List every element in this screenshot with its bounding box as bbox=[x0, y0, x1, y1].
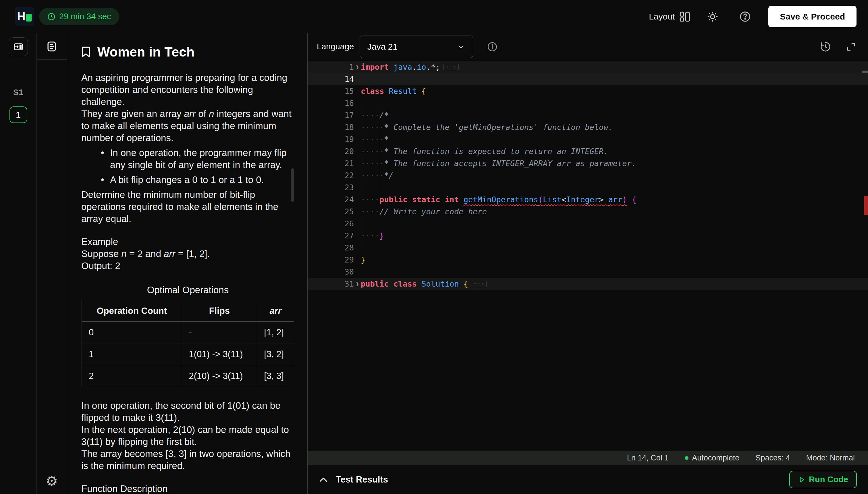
code-line-29[interactable]: 29} bbox=[308, 253, 868, 266]
code-line-25[interactable]: 25····// Write your code here bbox=[308, 205, 868, 217]
line-number: 22 bbox=[308, 171, 354, 180]
info-icon[interactable] bbox=[487, 41, 498, 52]
collapsed-code-badge[interactable]: ··· bbox=[444, 64, 459, 70]
line-number: 16 bbox=[308, 99, 354, 108]
code-token bbox=[389, 280, 394, 288]
code-line-15[interactable]: 15class Result { bbox=[308, 85, 868, 97]
code-line-24[interactable]: 24····public static int getMinOperations… bbox=[308, 193, 868, 205]
fullscreen-icon[interactable] bbox=[846, 41, 856, 52]
line-number: 19 bbox=[308, 135, 354, 144]
code-token bbox=[417, 280, 421, 288]
line-number: 21 bbox=[308, 159, 354, 168]
autocomplete-status[interactable]: Autocomplete bbox=[685, 454, 739, 462]
table-cell: 2 bbox=[82, 365, 182, 387]
secondary-sidebar: ⚙ bbox=[37, 33, 67, 494]
code-token: java bbox=[394, 62, 412, 72]
app: H 29 min 34 sec Layout Save & Proceed bbox=[0, 0, 868, 494]
code-line-31[interactable]: 31❯public class Solution {··· bbox=[308, 278, 868, 290]
statement-text: In the next operation, 2(10) can be made… bbox=[81, 424, 289, 447]
collapse-panel-icon bbox=[13, 42, 23, 52]
statement-paragraph: They are given an array arr of n integer… bbox=[81, 108, 293, 144]
code-line-30[interactable]: 30 bbox=[308, 266, 868, 278]
statement-paragraph: In the next operation, 2(10) can be made… bbox=[81, 424, 293, 448]
code-token: int bbox=[445, 195, 459, 204]
code-line-28[interactable]: 28 bbox=[308, 242, 868, 253]
run-code-button[interactable]: Run Code bbox=[789, 471, 857, 488]
code-line-19[interactable]: 19·····* bbox=[308, 133, 868, 145]
timer-text: 29 min 34 sec bbox=[59, 12, 111, 21]
language-select[interactable]: Java 21 bbox=[360, 36, 473, 58]
code-token: . bbox=[412, 62, 417, 72]
fold-chevron-icon[interactable]: ❯ bbox=[354, 278, 361, 290]
layout-icon bbox=[679, 11, 691, 23]
statement-paragraph: Function Description bbox=[81, 483, 293, 494]
reset-history-icon[interactable] bbox=[820, 41, 831, 53]
code-text: ·····* The function accepts INTEGER_ARRA… bbox=[361, 159, 868, 168]
line-number: 18 bbox=[308, 123, 354, 132]
code-line-16[interactable]: 16 bbox=[308, 97, 868, 109]
code-line-21[interactable]: 21·····* The function accepts INTEGER_AR… bbox=[308, 157, 868, 169]
question-1-button[interactable]: 1 bbox=[10, 107, 27, 123]
code-token bbox=[459, 195, 463, 204]
chevron-up-icon[interactable] bbox=[319, 477, 328, 482]
help-icon[interactable] bbox=[739, 11, 751, 23]
statement-text: The array becomes [3, 3] in two operatio… bbox=[81, 449, 290, 471]
theme-toggle-sun-icon[interactable] bbox=[707, 11, 718, 22]
mode-setting[interactable]: Mode: Normal bbox=[806, 454, 855, 462]
statement-text: Function Description bbox=[81, 483, 168, 494]
code-line-18[interactable]: 18·····* Complete the 'getMinOperations'… bbox=[308, 121, 868, 133]
code-line-23[interactable]: 23 bbox=[308, 181, 868, 193]
code-line-26[interactable]: 26 bbox=[308, 217, 868, 229]
statement-text: n bbox=[121, 248, 126, 259]
code-token: ) bbox=[622, 195, 627, 204]
code-text: ····} bbox=[361, 231, 868, 240]
code-area[interactable]: 1❯import java.io.*;···1415class Result {… bbox=[308, 60, 868, 451]
code-token bbox=[384, 87, 388, 96]
line-number: 14 bbox=[308, 75, 354, 83]
code-text: ·····* bbox=[361, 135, 868, 144]
code-token: ····· bbox=[361, 171, 384, 180]
timer-badge: 29 min 34 sec bbox=[39, 8, 119, 25]
editor-scrollbar[interactable] bbox=[862, 71, 868, 73]
save-proceed-button[interactable]: Save & Proceed bbox=[768, 6, 856, 27]
table-cell: [3, 2] bbox=[257, 343, 294, 365]
fold-chevron-icon[interactable]: ❯ bbox=[354, 61, 361, 73]
table-cell: 2(10) -> 3(11) bbox=[182, 365, 257, 387]
code-line-20[interactable]: 20·····* The function is expected to ret… bbox=[308, 145, 868, 157]
test-results-bar: Test Results Run Code bbox=[308, 465, 868, 494]
code-token: ···· bbox=[361, 231, 379, 240]
bullet-item: A bit flip changes a 0 to 1 or a 1 to 0. bbox=[81, 174, 293, 186]
statement-text: Output: 2 bbox=[81, 261, 120, 271]
line-number: 25 bbox=[308, 207, 354, 216]
spacer bbox=[81, 472, 293, 483]
spacer bbox=[81, 225, 293, 236]
code-line-27[interactable]: 27····} bbox=[308, 229, 868, 242]
code-line-14[interactable]: 14 bbox=[308, 73, 868, 85]
code-line-17[interactable]: 17····/* bbox=[308, 109, 868, 121]
code-line-22[interactable]: 22·····*/ bbox=[308, 169, 868, 181]
code-token: ····· bbox=[361, 147, 384, 156]
code-token: ····· bbox=[361, 135, 384, 144]
statement-title-row: Women in Tech bbox=[81, 44, 293, 60]
top-bar: H 29 min 34 sec Layout Save & Proceed bbox=[0, 0, 868, 33]
language-value: Java 21 bbox=[367, 42, 398, 52]
bullet-item: In one operation, the programmer may fli… bbox=[81, 147, 293, 171]
statement-text: They are given an array bbox=[81, 109, 184, 119]
gear-icon[interactable]: ⚙ bbox=[46, 474, 58, 488]
code-token: // Write your code here bbox=[379, 207, 487, 216]
statement-text: Determine the minimum number of bit-flip… bbox=[81, 189, 278, 224]
code-token: Integer bbox=[566, 195, 599, 204]
layout-button[interactable]: Layout bbox=[649, 11, 691, 23]
bookmark-icon[interactable] bbox=[81, 46, 90, 58]
table-header: Flips bbox=[182, 300, 257, 322]
question-list-button[interactable] bbox=[37, 33, 67, 60]
statement-scrollbar[interactable] bbox=[291, 168, 294, 202]
code-line-1[interactable]: 1❯import java.io.*;··· bbox=[308, 61, 868, 73]
line-number: 27 bbox=[308, 231, 354, 240]
collapsed-code-badge[interactable]: ··· bbox=[472, 281, 487, 287]
statement-text: An aspiring programmer is preparing for … bbox=[81, 72, 287, 107]
code-token: ( bbox=[538, 195, 543, 204]
collapse-panel-button[interactable] bbox=[9, 37, 28, 56]
line-number: 1 bbox=[308, 62, 354, 72]
spaces-setting[interactable]: Spaces: 4 bbox=[755, 454, 790, 462]
